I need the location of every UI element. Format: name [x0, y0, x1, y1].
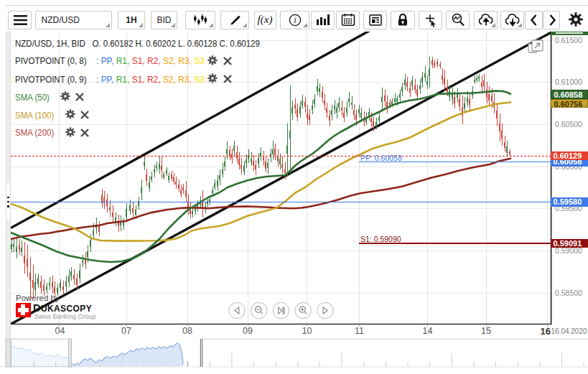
svg-text:i: i	[294, 15, 297, 25]
